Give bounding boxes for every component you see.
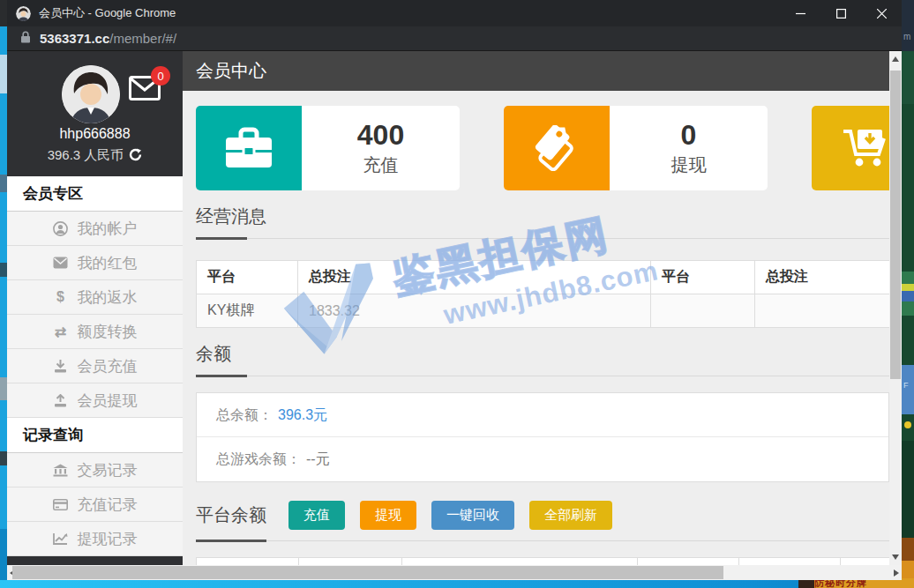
- url-host: 5363371.cc: [40, 31, 109, 46]
- table-header-row: 平台 总投注 平台 总投注: [197, 261, 890, 294]
- left-sliver-fragment: [0, 55, 7, 93]
- platform-balance-table: 平台 余额 操作 平台 余额 操作: [196, 557, 889, 565]
- sidebar-item-my-redpacket[interactable]: 我的红包: [7, 246, 183, 280]
- user-icon: [53, 221, 69, 236]
- total-balance-label: 总余额：: [216, 407, 273, 422]
- scroll-right-arrow[interactable]: [894, 569, 899, 577]
- withdraw-button[interactable]: 提现: [360, 501, 416, 530]
- stat-cards-row: 400 充值 0 提现: [196, 106, 889, 190]
- deposit-button[interactable]: 充值: [288, 501, 345, 530]
- main-area: 会员中心 400 充值: [183, 51, 889, 565]
- transfer-icon: ⇄: [53, 324, 69, 340]
- stat-card-withdraw: 0 提现: [504, 106, 768, 190]
- col-platform: 平台: [638, 558, 739, 566]
- right-sliver-fragment: [902, 51, 914, 104]
- vertical-scrollbar-thumb[interactable]: [890, 71, 901, 379]
- sidebar-item-label: 会员提现: [78, 391, 138, 411]
- profile-block: 0 hhp666888 396.3 人民币: [7, 51, 183, 176]
- sidebar-item-member-withdraw[interactable]: 会员提现: [7, 383, 183, 418]
- page-title: 会员中心: [183, 51, 889, 91]
- avatar[interactable]: [62, 65, 120, 123]
- close-button[interactable]: [861, 0, 902, 26]
- balance-row: 396.3 人民币: [7, 147, 183, 164]
- refresh-all-button[interactable]: 全部刷新: [529, 501, 612, 530]
- main-body: 400 充值 0 提现: [183, 91, 889, 565]
- col-total-bet: 总投注: [298, 261, 651, 294]
- game-balance-row: 总游戏余额：--元: [197, 437, 888, 481]
- sidebar-item-my-account[interactable]: 我的帐户: [7, 212, 183, 246]
- game-balance-value: --元: [306, 451, 330, 466]
- background-window-left-sliver: [0, 0, 7, 588]
- one-key-recycle-button[interactable]: 一键回收: [431, 501, 514, 530]
- right-sliver-fragment: [902, 414, 914, 441]
- minimize-button[interactable]: [780, 0, 820, 26]
- total-balance-row: 总余额：396.3元: [197, 393, 888, 437]
- red-packet-icon: [53, 257, 69, 269]
- sidebar-section-records: 记录查询: [7, 418, 183, 453]
- col-balance: 余额: [739, 558, 841, 566]
- right-sliver-fragment: m: [902, 0, 914, 51]
- sidebar-item-withdraw-records[interactable]: 提现记录: [7, 522, 183, 556]
- withdraw-total-label: 提现: [671, 153, 707, 177]
- sidebar-item-label: 会员充值: [78, 356, 138, 376]
- maximize-button[interactable]: [820, 0, 861, 26]
- left-sliver-fragment: [0, 263, 7, 277]
- left-sliver-fragment: [0, 377, 7, 400]
- site-favicon-icon: [16, 6, 31, 21]
- balance-text: 396.3 人民币: [48, 147, 124, 162]
- left-sliver-fragment: [0, 175, 7, 192]
- scroll-up-arrow[interactable]: [892, 56, 899, 62]
- sidebar-item-label: 我的帐户: [78, 219, 138, 239]
- lock-icon: [20, 31, 31, 47]
- total-balance-value: 396.3元: [278, 407, 327, 422]
- deposit-total-label: 充值: [363, 153, 399, 177]
- right-sliver-fragment: [902, 272, 914, 316]
- tags-icon: [504, 106, 610, 190]
- right-sliver-fragment: [902, 441, 914, 538]
- withdraw-icon: [53, 394, 69, 407]
- refresh-icon[interactable]: [129, 148, 142, 161]
- left-sliver-fragment: [0, 451, 7, 465]
- col-total-bet: 总投注: [755, 261, 890, 294]
- url-path: /member/#/: [109, 31, 176, 46]
- username: hhp666888: [7, 126, 183, 142]
- stat-card-deposit: 400 充值: [196, 106, 460, 190]
- game-balance-label: 总游戏余额：: [216, 451, 301, 466]
- cart-icon: [812, 106, 889, 190]
- deposit-icon: [53, 360, 69, 373]
- bank-icon: [53, 464, 69, 477]
- title-bar[interactable]: 会员中心 - Google Chrome: [7, 0, 902, 26]
- screen: m F 防秘时分牌 会员中心 - Google Chrome: [0, 0, 914, 588]
- horizontal-scrollbar[interactable]: [7, 565, 902, 580]
- sidebar-item-label: 我的返水: [78, 287, 138, 308]
- sidebar-item-deposit-records[interactable]: 充值记录: [7, 488, 183, 522]
- briefcase-icon: [196, 106, 302, 190]
- vertical-scrollbar[interactable]: [889, 51, 902, 565]
- right-sliver-fragment: F: [902, 365, 914, 414]
- message-count-badge: 0: [151, 66, 170, 86]
- sidebar-item-label: 充值记录: [78, 495, 138, 515]
- address-bar[interactable]: 5363371.cc /member/#/: [7, 26, 902, 51]
- scroll-down-arrow[interactable]: [892, 555, 899, 560]
- balance-title: 余额: [196, 342, 889, 376]
- sidebar-item-transaction-records[interactable]: 交易记录: [7, 453, 183, 488]
- col-action: 操作: [841, 558, 890, 566]
- sidebar-item-label: 提现记录: [78, 529, 138, 549]
- window-title: 会员中心 - Google Chrome: [39, 5, 176, 21]
- col-action: 操作: [402, 558, 638, 566]
- deposit-total-value: 400: [357, 119, 404, 152]
- col-platform: 平台: [197, 558, 299, 566]
- dollar-icon: $: [53, 289, 69, 305]
- horizontal-scrollbar-thumb[interactable]: [12, 566, 723, 579]
- platform-balance-header: 平台余额 充值 提现 一键回收 全部刷新: [196, 501, 889, 541]
- balance-panel: 总余额：396.3元 总游戏余额：--元: [196, 392, 889, 482]
- col-balance: 余额: [299, 558, 402, 566]
- sidebar-item-quota-transfer[interactable]: ⇄ 额度转换: [7, 315, 183, 349]
- sidebar-item-my-rebate[interactable]: $ 我的返水: [7, 280, 183, 315]
- sidebar: 0 hhp666888 396.3 人民币 会员专区 我的帐户 我的红包 $: [7, 51, 183, 565]
- sidebar-item-member-deposit[interactable]: 会员充值: [7, 349, 183, 383]
- table-header-row: 平台 余额 操作 平台 余额 操作: [197, 558, 890, 566]
- cell-total-bet: 1833.32: [298, 294, 651, 328]
- col-platform: 平台: [651, 261, 755, 294]
- stat-card-third: [812, 106, 889, 190]
